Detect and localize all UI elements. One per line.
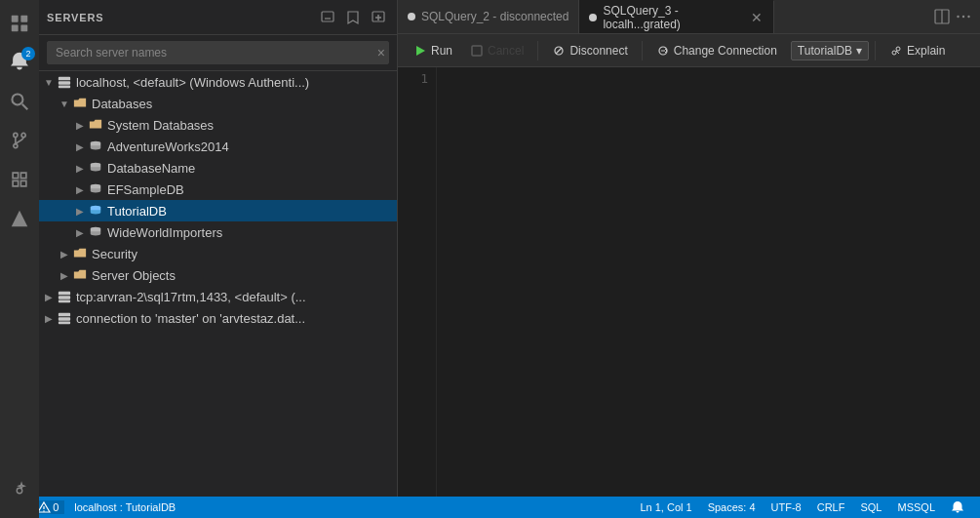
- status-bar: 0 0 localhost : TutorialDB Ln 1, Col 1 S…: [0, 497, 980, 518]
- svg-point-4: [12, 94, 22, 104]
- tree-item-databases[interactable]: ▼ Databases: [39, 93, 397, 114]
- more-actions-icon[interactable]: [953, 6, 974, 27]
- tree-item-system-databases[interactable]: ▶ System Databases: [39, 114, 397, 136]
- database-icon: [88, 224, 103, 240]
- status-dialect[interactable]: MSSQL: [889, 497, 943, 518]
- main-layout: SERVERS × ▼: [39, 0, 980, 497]
- search-input[interactable]: [47, 41, 389, 64]
- status-connection-label: localhost : TutorialDB: [74, 501, 176, 513]
- status-notifications-icon[interactable]: [943, 497, 972, 518]
- activity-bar-deployments[interactable]: [0, 199, 39, 238]
- folder-icon: [88, 117, 103, 133]
- activity-bar-extensions[interactable]: [0, 160, 39, 199]
- activity-bar-source-control[interactable]: [0, 121, 39, 160]
- query-toolbar: Run Cancel Disconnect Change Conn: [398, 34, 980, 67]
- svg-point-31: [957, 16, 959, 18]
- tree-item-label: Security: [92, 247, 137, 261]
- tree-item-tcp-arvran[interactable]: ▶ tcp:arvran-2\sql17rtm,1433, <default> …: [39, 286, 397, 307]
- explain-button[interactable]: Explain: [882, 41, 953, 60]
- bookmark-icon[interactable]: [342, 7, 364, 28]
- explain-label: Explain: [907, 44, 945, 58]
- warning-count: 0: [53, 501, 59, 513]
- status-connection[interactable]: localhost : TutorialDB: [66, 497, 183, 518]
- activity-bar-explorer[interactable]: [0, 4, 39, 43]
- editor-text[interactable]: [437, 67, 980, 497]
- database-icon: [88, 203, 103, 219]
- search-clear-icon[interactable]: ×: [377, 45, 385, 60]
- run-label: Run: [431, 44, 452, 58]
- tab-sqlquery3[interactable]: SQLQuery_3 - localh...grated) ✕: [579, 0, 774, 33]
- tree-item-efsampledb[interactable]: ▶ EFSampleDB: [39, 179, 397, 200]
- tab-close-button[interactable]: ✕: [750, 10, 764, 25]
- status-encoding[interactable]: UTF-8: [764, 497, 809, 518]
- status-language-label: SQL: [860, 501, 882, 513]
- status-position[interactable]: Ln 1, Col 1: [632, 497, 699, 518]
- new-query-icon[interactable]: [317, 7, 338, 28]
- tree-item-label: WideWorldImporters: [107, 225, 222, 240]
- expand-icon: ▶: [72, 181, 88, 197]
- svg-line-5: [22, 104, 28, 110]
- disconnect-icon: [552, 44, 566, 58]
- tree-item-server-objects[interactable]: ▶ Server Objects: [39, 264, 397, 286]
- svg-rect-24: [59, 296, 70, 299]
- svg-rect-16: [59, 81, 70, 85]
- database-icon: [88, 181, 103, 197]
- search-container: ×: [39, 35, 397, 71]
- tab-dot: [408, 13, 415, 20]
- svg-rect-23: [59, 292, 70, 296]
- status-spaces[interactable]: Spaces: 4: [700, 497, 764, 518]
- tab-label: SQLQuery_2 - disconnected: [421, 10, 568, 23]
- disconnect-label: Disconnect: [569, 44, 627, 58]
- tree-item-label: EFSampleDB: [107, 182, 184, 197]
- expand-icon: ▶: [72, 160, 88, 176]
- expand-icon: ▶: [57, 267, 72, 283]
- tree-item-security[interactable]: ▶ Security: [39, 243, 397, 264]
- line-number: 1: [398, 71, 428, 86]
- svg-rect-1: [20, 16, 27, 22]
- svg-marker-34: [416, 46, 425, 56]
- svg-rect-15: [59, 77, 70, 81]
- activity-bar-search[interactable]: [0, 82, 39, 121]
- server-icon: [57, 310, 72, 326]
- tree-container[interactable]: ▼ localhost, <default> (Windows Authenti…: [39, 71, 397, 497]
- tree-item-connection-master[interactable]: ▶ connection to 'master' on 'arvtestaz.d…: [39, 307, 397, 329]
- tree-item-adventureworks[interactable]: ▶ AdventureWorks2014: [39, 136, 397, 157]
- svg-point-6: [14, 133, 18, 137]
- activity-bar-settings[interactable]: [0, 471, 39, 510]
- tree-item-tutorialdb[interactable]: ▶ TutorialDB: [39, 200, 397, 221]
- svg-point-32: [962, 16, 964, 18]
- tab-label: SQLQuery_3 - localh...grated): [603, 4, 744, 31]
- tree-item-wideworldimporters[interactable]: ▶ WideWorldImporters: [39, 221, 397, 243]
- cancel-button[interactable]: Cancel: [462, 41, 531, 60]
- db-selector[interactable]: TutorialDB ▾: [791, 41, 869, 60]
- svg-line-41: [896, 51, 899, 54]
- status-line-ending-label: CRLF: [817, 501, 845, 513]
- svg-rect-2: [12, 24, 19, 31]
- expand-icon: ▶: [41, 289, 57, 304]
- expand-icon: ▶: [57, 246, 72, 261]
- status-spaces-label: Spaces: 4: [708, 501, 756, 513]
- line-numbers: 1: [398, 67, 437, 497]
- disconnect-button[interactable]: Disconnect: [544, 41, 635, 60]
- change-connection-icon: [656, 44, 670, 58]
- sidebar: SERVERS × ▼: [39, 0, 398, 497]
- tree-item-localhost[interactable]: ▼ localhost, <default> (Windows Authenti…: [39, 71, 397, 93]
- activity-bar-notifications[interactable]: 2: [0, 43, 39, 82]
- sidebar-header: SERVERS: [39, 0, 397, 35]
- tree-item-databasename[interactable]: ▶ DatabaseName: [39, 157, 397, 179]
- sidebar-header-icons: [317, 7, 389, 28]
- status-line-ending[interactable]: CRLF: [809, 497, 853, 518]
- tree-item-label: Server Objects: [92, 268, 176, 283]
- svg-line-37: [556, 48, 562, 54]
- status-language[interactable]: SQL: [852, 497, 889, 518]
- change-connection-button[interactable]: Change Connection: [648, 41, 785, 60]
- add-connection-icon[interactable]: [368, 7, 389, 28]
- split-editor-icon[interactable]: [931, 6, 953, 27]
- tree-item-label: Databases: [92, 97, 152, 111]
- status-encoding-label: UTF-8: [771, 501, 802, 513]
- svg-point-39: [892, 51, 896, 55]
- tab-sqlquery2[interactable]: SQLQuery_2 - disconnected: [398, 0, 579, 33]
- run-button[interactable]: Run: [406, 41, 460, 60]
- svg-rect-28: [59, 322, 70, 325]
- folder-icon: [72, 96, 88, 111]
